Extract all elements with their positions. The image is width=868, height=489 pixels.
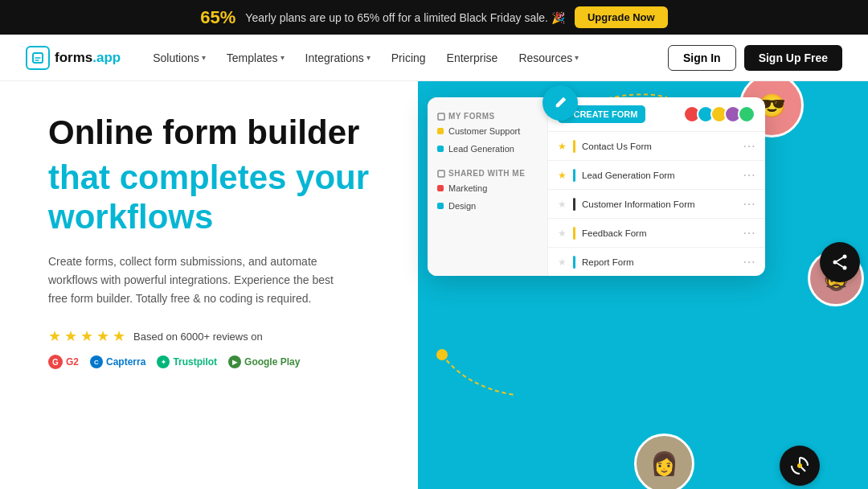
nav-pricing[interactable]: Pricing — [383, 47, 434, 69]
form-name: Contact Us Form — [582, 142, 736, 151]
hero-visual: .dashed { stroke: #f5c518; stroke-width:… — [418, 81, 868, 489]
form-list-item[interactable]: ★ Contact Us Form ⋯ — [548, 132, 765, 161]
star-icon: ★ — [80, 327, 93, 345]
svg-text:C: C — [94, 359, 99, 366]
nav-integrations[interactable]: Integrations ▾ — [297, 47, 379, 69]
color-indicator — [573, 256, 575, 269]
star-icon: ★ — [113, 327, 125, 345]
main-content: Online form builder that completes your … — [0, 81, 868, 489]
banner-text: Yearly plans are up to 65% off for a lim… — [245, 11, 565, 24]
g2-logo: G G2 — [48, 355, 79, 369]
nav-enterprise[interactable]: Enterprise — [439, 47, 506, 69]
google-play-logo: ▶ Google Play — [228, 355, 300, 368]
chevron-down-icon: ▾ — [202, 53, 206, 62]
signup-button[interactable]: Sign Up Free — [744, 45, 842, 71]
form-name: Report Form — [582, 257, 736, 267]
upgrade-button[interactable]: Upgrade Now — [575, 6, 668, 28]
star-icon: ★ — [48, 327, 61, 345]
ui-main-panel: + CREATE FORM ★ Contact Us Form ⋯ — [548, 97, 765, 276]
color-indicator — [573, 169, 575, 182]
color-indicator — [573, 227, 575, 240]
svg-text:▶: ▶ — [232, 359, 238, 366]
svg-point-7 — [436, 349, 448, 360]
share-icon[interactable] — [820, 242, 860, 282]
form-name: Customer Information Form — [582, 199, 736, 209]
capterra-logo: C Capterra — [90, 355, 145, 368]
more-options-icon[interactable]: ⋯ — [743, 167, 755, 183]
hero-subheading: that completes your workflows — [48, 158, 386, 236]
chevron-down-icon: ▾ — [366, 53, 371, 62]
more-options-icon[interactable]: ⋯ — [743, 225, 755, 240]
app-ui-preview: MY FORMS Customer Support Lead Generatio… — [428, 97, 765, 276]
svg-text:✦: ✦ — [161, 359, 166, 366]
signin-button[interactable]: Sign In — [668, 45, 736, 71]
star-rating: ★ ★ ★ ★ ★ Based on 6000+ reviews on — [48, 327, 386, 345]
star-icon: ★ — [558, 141, 567, 152]
svg-rect-15 — [438, 113, 444, 120]
hero-description: Create forms, collect form submissions, … — [48, 253, 354, 308]
nav-links: Solutions ▾ Templates ▾ Integrations ▾ P… — [145, 47, 668, 69]
form-name: Feedback Form — [582, 228, 736, 238]
sidebar-item-design[interactable]: Design — [428, 197, 547, 215]
more-options-icon[interactable]: ⋯ — [743, 254, 755, 269]
logo[interactable]: forms.app — [26, 46, 121, 70]
svg-line-13 — [837, 263, 843, 267]
color-indicator — [573, 198, 575, 211]
hero-section: Online form builder that completes your … — [0, 81, 418, 489]
ui-sidebar: MY FORMS Customer Support Lead Generatio… — [428, 97, 548, 276]
form-list-item[interactable]: ★ Feedback Form ⋯ — [548, 219, 765, 248]
star-icon: ★ — [558, 199, 567, 210]
logo-text: forms.app — [55, 50, 121, 66]
nav-solutions[interactable]: Solutions ▾ — [145, 47, 214, 69]
chart-icon[interactable] — [780, 446, 820, 486]
chevron-down-icon: ▾ — [575, 53, 579, 62]
my-forms-label: MY FORMS — [428, 107, 547, 122]
nav-resources[interactable]: Resources ▾ — [510, 47, 587, 69]
shared-forms-label: SHARED WITH ME — [428, 164, 547, 179]
more-options-icon[interactable]: ⋯ — [743, 196, 755, 212]
star-icon: ★ — [558, 257, 567, 268]
logo-icon — [26, 46, 50, 70]
form-list-item[interactable]: ★ Report Form ⋯ — [548, 248, 765, 276]
g2-icon: G — [48, 355, 63, 369]
star-icon: ★ — [558, 228, 567, 239]
form-list-item[interactable]: ★ Customer Information Form ⋯ — [548, 190, 765, 219]
nav-templates[interactable]: Templates ▾ — [219, 47, 293, 69]
user-avatars — [683, 105, 755, 123]
svg-point-14 — [797, 463, 802, 468]
sidebar-item-customer-support[interactable]: Customer Support — [428, 122, 547, 140]
svg-rect-16 — [438, 171, 444, 177]
trust-logos: G G2 C Capterra ✦ Trustpilot ▶ Google Pl… — [48, 355, 386, 369]
svg-point-11 — [833, 261, 837, 265]
sidebar-item-marketing[interactable]: Marketing — [428, 179, 547, 197]
more-options-icon[interactable]: ⋯ — [743, 138, 755, 154]
sidebar-item-lead-generation[interactable]: Lead Generation — [428, 140, 547, 158]
navbar: forms.app Solutions ▾ Templates ▾ Integr… — [0, 35, 868, 81]
color-indicator — [573, 140, 575, 153]
ui-toolbar: + CREATE FORM — [548, 97, 765, 132]
avatar: 👩 — [634, 434, 694, 489]
svg-line-12 — [837, 257, 843, 261]
avatar — [738, 105, 755, 123]
nav-actions: Sign In Sign Up Free — [668, 45, 842, 71]
star-icon: ★ — [64, 327, 77, 345]
discount-pct: 65% — [200, 7, 235, 28]
form-name: Lead Generation Form — [582, 171, 736, 180]
star-icon: ★ — [96, 327, 109, 345]
promo-banner: 65% Yearly plans are up to 65% off for a… — [0, 0, 868, 35]
trustpilot-logo: ✦ Trustpilot — [157, 355, 217, 368]
svg-point-9 — [843, 255, 847, 259]
chevron-down-icon: ▾ — [280, 53, 285, 62]
form-list-item[interactable]: ★ Lead Generation Form ⋯ — [548, 161, 765, 190]
reviews-text: Based on 6000+ reviews on — [133, 331, 263, 343]
star-icon: ★ — [558, 170, 567, 181]
svg-point-10 — [843, 266, 847, 270]
hero-heading: Online form builder — [48, 113, 386, 152]
edit-icon[interactable] — [542, 85, 578, 121]
